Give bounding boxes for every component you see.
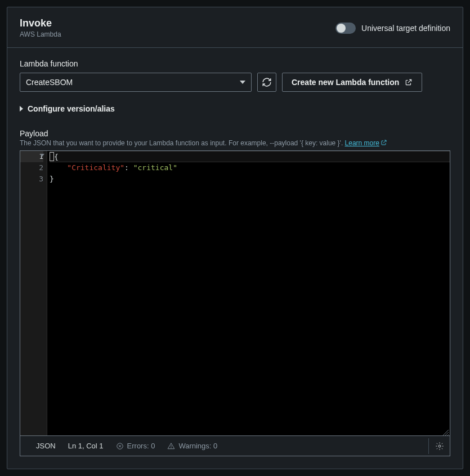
payload-code-editor[interactable]: 1 2 3 { "Criticality": "critical" } bbox=[20, 151, 450, 435]
create-lambda-button-label: Create new Lambda function bbox=[292, 78, 399, 87]
panel-header: Invoke AWS Lambda Universal target defin… bbox=[7, 7, 463, 48]
payload-section: Payload The JSON that you want to provid… bbox=[20, 129, 450, 456]
panel-subtitle: AWS Lambda bbox=[20, 30, 61, 38]
payload-description-text: The JSON that you want to provide to you… bbox=[20, 139, 345, 147]
resize-icon bbox=[442, 429, 449, 435]
refresh-button[interactable] bbox=[257, 73, 276, 92]
lambda-function-selected-value: CreateSBOM bbox=[26, 78, 73, 87]
configure-version-alias-expander[interactable]: Configure version/alias bbox=[20, 104, 450, 113]
statusbar-cursor-position: Ln 1, Col 1 bbox=[68, 442, 104, 450]
code-line-1: { bbox=[50, 151, 450, 162]
statusbar-errors[interactable]: Errors: 0 bbox=[116, 442, 155, 450]
create-lambda-button[interactable]: Create new Lambda function bbox=[282, 73, 422, 92]
code-token-key: "Criticality" bbox=[67, 163, 124, 172]
chevron-down-icon bbox=[240, 81, 245, 84]
gutter-line-1: 1 bbox=[20, 151, 43, 162]
learn-more-link[interactable]: Learn more bbox=[345, 139, 379, 147]
header-title-block: Invoke AWS Lambda bbox=[20, 17, 61, 38]
universal-target-toggle-group: Universal target definition bbox=[335, 23, 450, 34]
code-token: { bbox=[54, 153, 59, 161]
invoke-panel: Invoke AWS Lambda Universal target defin… bbox=[7, 7, 463, 469]
panel-title: Invoke bbox=[20, 17, 61, 29]
external-link-icon bbox=[405, 78, 413, 86]
gutter-line-2: 2 bbox=[20, 162, 43, 174]
statusbar-warnings-label: Warnings: 0 bbox=[178, 442, 217, 450]
lambda-function-select[interactable]: CreateSBOM bbox=[20, 73, 252, 92]
svg-point-7 bbox=[171, 447, 172, 448]
universal-target-toggle[interactable] bbox=[335, 23, 356, 34]
svg-point-8 bbox=[438, 445, 441, 447]
gutter-line-3: 3 bbox=[20, 174, 43, 185]
text-cursor bbox=[50, 152, 54, 161]
refresh-icon bbox=[262, 77, 272, 87]
warning-icon bbox=[167, 442, 175, 450]
payload-editor-container: 1 2 3 { "Criticality": "critical" } bbox=[20, 150, 450, 456]
editor-gutter: 1 2 3 bbox=[20, 151, 47, 435]
payload-description: The JSON that you want to provide to you… bbox=[20, 139, 450, 147]
configure-version-alias-label: Configure version/alias bbox=[28, 104, 115, 113]
code-token: : bbox=[124, 163, 133, 172]
statusbar-warnings[interactable]: Warnings: 0 bbox=[167, 442, 217, 450]
panel-body: Lambda function CreateSBOM Create new La… bbox=[7, 48, 463, 469]
editor-settings-button[interactable] bbox=[428, 438, 444, 454]
svg-line-2 bbox=[447, 434, 449, 435]
payload-title: Payload bbox=[20, 129, 450, 138]
code-line-2: "Criticality": "critical" bbox=[50, 162, 450, 174]
gear-icon bbox=[435, 442, 444, 451]
universal-target-toggle-label: Universal target definition bbox=[361, 24, 450, 33]
resize-handle[interactable] bbox=[442, 428, 449, 434]
code-token-value: "critical" bbox=[133, 163, 177, 172]
lambda-function-row: CreateSBOM Create new Lambda function bbox=[20, 73, 450, 92]
statusbar-errors-label: Errors: 0 bbox=[127, 442, 155, 450]
caret-right-icon bbox=[20, 106, 23, 112]
code-token: } bbox=[50, 175, 54, 183]
fold-caret-icon[interactable] bbox=[40, 154, 44, 157]
statusbar-format[interactable]: JSON bbox=[36, 442, 56, 450]
editor-code-area[interactable]: { "Criticality": "critical" } bbox=[47, 151, 450, 435]
external-link-icon bbox=[381, 139, 387, 146]
lambda-function-label: Lambda function bbox=[20, 59, 450, 68]
toggle-knob bbox=[337, 24, 346, 33]
error-icon bbox=[116, 442, 124, 450]
code-line-3: } bbox=[50, 174, 450, 185]
editor-statusbar: JSON Ln 1, Col 1 Errors: 0 bbox=[20, 435, 450, 456]
